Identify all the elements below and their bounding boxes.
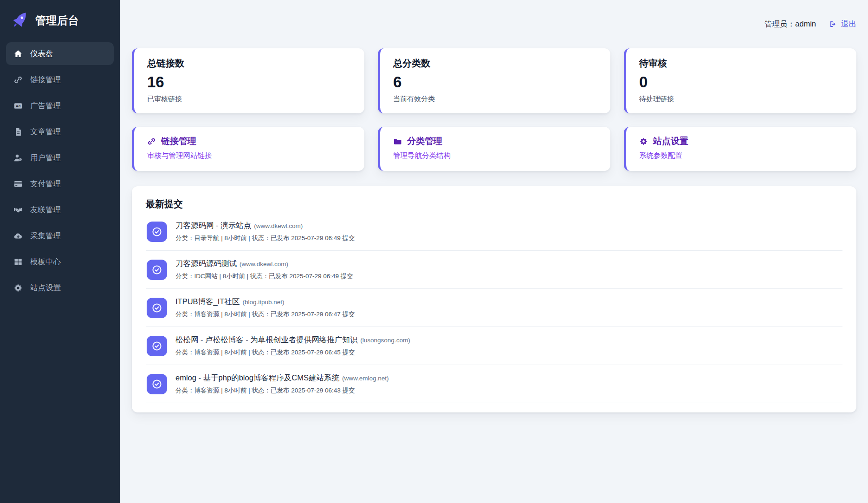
list-item-title-row: 松松网 - 卢松松博客 - 为草根创业者提供网络推广知识(lusongsong.… [175,335,410,345]
action-subtitle: 管理导航分类结构 [393,151,597,161]
grid-icon [13,257,23,267]
sidebar-item-label: 采集管理 [30,231,61,241]
action-subtitle: 审核与管理网站链接 [147,151,351,161]
list-item-title-row: 刀客源码网 - 演示站点(www.dkewl.com) [175,221,355,231]
sidebar-item-ads[interactable]: Ad 广告管理 [6,94,114,117]
site-title: 松松网 - 卢松松博客 - 为草根创业者提供网络推广知识 [175,335,357,344]
sidebar-item-label: 文章管理 [30,127,61,137]
credit-card-icon [13,179,23,189]
stat-title: 总链接数 [147,57,351,70]
list-item-body: 刀客源码源码测试(www.dkewl.com) 分类：IDC网站 | 8小时前 … [175,259,353,281]
stat-subtitle: 待处理链接 [639,95,843,104]
stat-value: 16 [147,74,351,91]
action-card-link-management[interactable]: 链接管理 审核与管理网站链接 [132,127,364,171]
sidebar-item-payments[interactable]: 支付管理 [6,172,114,195]
site-domain: (lusongsong.com) [360,337,410,344]
stat-card-total-links: 总链接数 16 已审核链接 [132,48,364,113]
action-title: 链接管理 [161,135,196,147]
list-item-body: 松松网 - 卢松松博客 - 为草根创业者提供网络推广知识(lusongsong.… [175,335,410,357]
list-item-meta: 分类：博客资源 | 8小时前 | 状态：已发布 2025-07-29 06:47… [175,310,355,319]
folder-icon [393,137,402,146]
sidebar-item-friend-links[interactable]: 友联管理 [6,198,114,221]
list-item-meta: 分类：博客资源 | 8小时前 | 状态：已发布 2025-07-29 06:45… [175,348,410,357]
site-domain: (www.dkewl.com) [240,261,288,268]
list-item-title-row: emlog - 基于php的blog博客程序及CMS建站系统(www.emlog… [175,373,389,383]
admin-label: 管理员： [764,20,795,28]
site-title: 刀客源码网 - 演示站点 [175,221,251,229]
stats-row: 总链接数 16 已审核链接 总分类数 6 当前有效分类 待审核 0 待处理链接 [132,48,856,113]
recent-submissions-card: 最新提交 刀客源码网 - 演示站点(www.dkewl.com) 分类：目录导航… [132,186,856,412]
sidebar-item-label: 支付管理 [30,179,61,189]
sidebar-item-templates[interactable]: 模板中心 [6,250,114,273]
link-icon [13,75,23,85]
list-item: 刀客源码网 - 演示站点(www.dkewl.com) 分类：目录导航 | 8小… [146,213,842,251]
stat-card-total-categories: 总分类数 6 当前有效分类 [378,48,610,113]
action-title-row: 分类管理 [393,135,597,147]
sidebar-item-label: 站点设置 [30,283,61,293]
sidebar-item-label: 模板中心 [30,257,61,267]
admin-name: admin [795,20,816,28]
action-title: 分类管理 [407,135,442,147]
site-domain: (www.emlog.net) [342,375,389,382]
site-title: 刀客源码源码测试 [175,259,237,268]
action-title: 站点设置 [653,135,688,147]
link-icon [147,137,156,146]
sidebar-item-label: 用户管理 [30,153,61,163]
list-item-meta: 分类：目录导航 | 8小时前 | 状态：已发布 2025-07-29 06:49… [175,234,355,242]
sidebar-item-users[interactable]: 用户管理 [6,146,114,169]
app-title: 管理后台 [35,13,79,28]
cloud-download-icon [13,231,23,241]
list-item: ITPUB博客_IT社区(blog.itpub.net) 分类：博客资源 | 8… [146,289,842,327]
check-circle-icon [147,298,167,318]
site-title: emlog - 基于php的blog博客程序及CMS建站系统 [175,373,339,382]
logout-button[interactable]: 退出 [829,19,856,29]
quick-actions-row: 链接管理 审核与管理网站链接 分类管理 管理导航分类结构 站点设置 系统参数配置 [132,127,856,171]
sidebar-item-label: 仪表盘 [30,49,53,59]
list-item: 松松网 - 卢松松博客 - 为草根创业者提供网络推广知识(lusongsong.… [146,327,842,365]
gear-icon [13,283,23,293]
check-circle-icon [147,260,167,280]
stat-subtitle: 当前有效分类 [393,95,597,104]
sidebar: 管理后台 仪表盘 链接管理 Ad 广告管理 文章管理 [0,0,120,503]
topbar: 管理员：admin 退出 [132,0,856,48]
home-icon [13,49,23,59]
list-item-meta: 分类：博客资源 | 8小时前 | 状态：已发布 2025-07-29 06:43… [175,386,389,395]
stat-value: 0 [639,74,843,91]
action-card-site-settings[interactable]: 站点设置 系统参数配置 [624,127,856,171]
rocket-icon [11,12,29,29]
recent-submissions-title: 最新提交 [146,198,842,210]
site-domain: (www.dkewl.com) [254,222,303,229]
sidebar-item-label: 广告管理 [30,101,61,111]
stat-value: 6 [393,74,597,91]
sidebar-item-label: 链接管理 [30,75,61,85]
stat-title: 待审核 [639,57,843,70]
sidebar-item-site-settings[interactable]: 站点设置 [6,276,114,299]
list-item-body: emlog - 基于php的blog博客程序及CMS建站系统(www.emlog… [175,373,389,395]
action-title-row: 站点设置 [639,135,843,147]
list-item-title-row: ITPUB博客_IT社区(blog.itpub.net) [175,297,355,307]
svg-text:Ad: Ad [16,104,21,108]
list-item: 刀客源码源码测试(www.dkewl.com) 分类：IDC网站 | 8小时前 … [146,251,842,289]
sidebar-nav: 仪表盘 链接管理 Ad 广告管理 文章管理 用户管理 [0,42,120,302]
check-circle-icon [147,336,167,356]
list-item-body: 刀客源码网 - 演示站点(www.dkewl.com) 分类：目录导航 | 8小… [175,221,355,242]
admin-user-text: 管理员：admin [764,19,816,29]
sidebar-item-collect[interactable]: 采集管理 [6,224,114,247]
check-circle-icon [147,222,167,242]
action-title-row: 链接管理 [147,135,351,147]
stat-subtitle: 已审核链接 [147,95,351,104]
app-logo: 管理后台 [0,0,120,42]
sidebar-item-dashboard[interactable]: 仪表盘 [6,42,114,65]
file-icon [13,127,23,137]
sidebar-item-label: 友联管理 [30,205,61,215]
list-item: emlog - 基于php的blog博客程序及CMS建站系统(www.emlog… [146,365,842,403]
main-content: 管理员：admin 退出 总链接数 16 已审核链接 总分类数 6 当前有效分类… [120,0,868,503]
list-item-meta: 分类：IDC网站 | 8小时前 | 状态：已发布 2025-07-29 06:4… [175,272,353,281]
ad-icon: Ad [13,101,23,111]
sign-out-icon [829,20,837,28]
sidebar-item-links[interactable]: 链接管理 [6,68,114,91]
action-card-category-management[interactable]: 分类管理 管理导航分类结构 [378,127,610,171]
site-domain: (blog.itpub.net) [242,299,284,306]
site-title: ITPUB博客_IT社区 [175,297,240,306]
sidebar-item-articles[interactable]: 文章管理 [6,120,114,143]
